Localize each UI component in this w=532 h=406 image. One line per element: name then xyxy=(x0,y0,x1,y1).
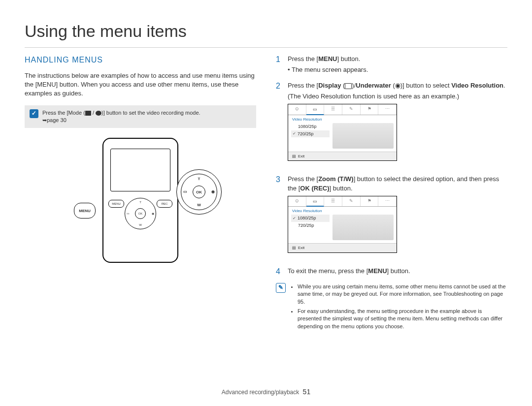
step-number: 2 xyxy=(276,81,283,91)
tab-icon: ☰ xyxy=(324,104,342,115)
intro-paragraph: The instructions below are examples of h… xyxy=(25,71,256,98)
lcd-option-selected: ✔720/25p xyxy=(291,130,330,138)
heart-icon: ✔ xyxy=(293,131,296,136)
check-icon: ✓ xyxy=(30,109,38,118)
lcd-tab-row: ⊙ ▭ ☰ ✎ ⚑ ⋯ xyxy=(288,104,397,115)
info-bullet: For easy understanding, the menu setting… xyxy=(298,308,507,330)
camera-icon xyxy=(96,111,101,116)
note-text: Press the [Mode ( / )] button to set the… xyxy=(42,109,200,125)
lcd-footer: ▤Exit xyxy=(288,243,397,252)
divider xyxy=(25,47,507,48)
rec-button-right: REC xyxy=(157,200,172,208)
display-icon: ▭ xyxy=(127,212,130,216)
tab-icon: ⚑ xyxy=(361,104,379,115)
lcd-option: 1080/25p xyxy=(291,123,330,130)
tab-icon: ⊙ xyxy=(288,196,306,207)
device-body: T W ▭ ◉ OK MENU REC REC MENU T xyxy=(102,138,178,263)
videocam-icon xyxy=(85,111,91,116)
left-column: HANDLING MENUS The instructions below ar… xyxy=(25,55,256,333)
tab-icon: ⋯ xyxy=(378,104,397,115)
lcd-thumbnail xyxy=(332,123,394,149)
tab-icon: ✎ xyxy=(342,196,361,207)
menu-icon: ▤ xyxy=(292,154,296,159)
step-2: 2 Press the [Display ()/Underwater (◉)] … xyxy=(276,81,507,168)
underwater-icon-big: ◉ xyxy=(211,189,215,195)
tab-icon: ⚑ xyxy=(361,196,379,207)
menu-icon: ▤ xyxy=(292,245,296,250)
dpad-callout-ring: T W ▭ ◉ OK xyxy=(181,174,217,210)
lcd-tab-row: ⊙ ▭ ☰ ✎ ⚑ ⋯ xyxy=(288,196,397,207)
tab-icon: ⊙ xyxy=(288,104,306,115)
right-column: 1 Press the [MENU] button. The menu scre… xyxy=(276,55,507,333)
step1-substep: The menu screen appears. xyxy=(288,65,507,74)
tab-icon-active: ▭ xyxy=(306,197,325,207)
footer-page-number: 51 xyxy=(303,388,311,396)
tab-icon: ⋯ xyxy=(378,196,397,207)
lcd-title: Video Resolution xyxy=(288,207,397,214)
footer-chapter: Advanced recording/playback xyxy=(222,389,299,396)
lcd-options: 1080/25p ✔720/25p xyxy=(291,123,330,149)
step-1: 1 Press the [MENU] button. The menu scre… xyxy=(276,55,507,74)
display-icon-big: ▭ xyxy=(183,189,187,195)
note-icon: ✎ xyxy=(276,283,286,293)
info-bullet: While you are using certain menu items, … xyxy=(298,283,507,306)
ok-button-big: OK xyxy=(193,186,205,198)
section-heading: HANDLING MENUS xyxy=(25,55,256,65)
page-footer: Advanced recording/playback 51 xyxy=(0,387,532,397)
info-box: ✎ While you are using certain menu items… xyxy=(276,283,507,332)
heart-icon: ✔ xyxy=(293,216,296,221)
display-icon xyxy=(345,83,352,89)
menu-button: MENU xyxy=(108,200,124,208)
step-4: 4 To exit the menu, press the [MENU] but… xyxy=(276,267,507,276)
lcd-footer: ▤Exit xyxy=(288,152,397,160)
step-number: 1 xyxy=(276,55,283,64)
step-3: 3 Press the [Zoom (T/W)] button to selec… xyxy=(276,175,507,259)
w-label: W xyxy=(139,223,142,227)
two-column-layout: HANDLING MENUS The instructions below ar… xyxy=(25,55,507,333)
tab-icon: ☰ xyxy=(324,196,342,207)
device-screen xyxy=(110,149,170,191)
tab-icon-active: ▭ xyxy=(306,105,325,115)
lcd-options: ✔1080/25p 720/25p xyxy=(291,215,330,240)
ok-button: OK xyxy=(135,208,146,219)
lcd-option-selected: ✔1080/25p xyxy=(291,215,330,222)
w-label-big: W xyxy=(197,202,201,208)
tab-icon: ✎ xyxy=(342,104,361,115)
step-list: 1 Press the [MENU] button. The menu scre… xyxy=(276,55,507,276)
info-bullet-list: While you are using certain menu items, … xyxy=(290,283,507,332)
lcd-preview-1: ⊙ ▭ ☰ ✎ ⚑ ⋯ Video Resolution 1080/25p xyxy=(288,104,397,161)
underwater-icon: ◉ xyxy=(395,82,400,89)
lcd-option: 720/25p xyxy=(291,222,330,229)
lcd-title: Video Resolution xyxy=(288,115,397,122)
underwater-icon: ◉ xyxy=(152,212,154,216)
step-number: 4 xyxy=(276,267,283,276)
device-illustration: T W ▭ ◉ OK MENU REC REC MENU T xyxy=(25,138,256,263)
step-number: 3 xyxy=(276,175,283,184)
lcd-preview-2: ⊙ ▭ ☰ ✎ ⚑ ⋯ Video Resolution ✔1080/25p xyxy=(288,196,397,253)
lcd-thumbnail xyxy=(332,215,394,240)
dpad-callout: T W ▭ ◉ OK xyxy=(176,169,222,215)
menu-callout: MENU xyxy=(74,203,96,219)
page-title: Using the menu items xyxy=(25,20,507,43)
t-label-big: T xyxy=(198,176,200,182)
note-box: ✓ Press the [Mode ( / )] button to set t… xyxy=(25,105,256,128)
step2-subtext: (The Video Resolution function is used h… xyxy=(288,92,507,101)
